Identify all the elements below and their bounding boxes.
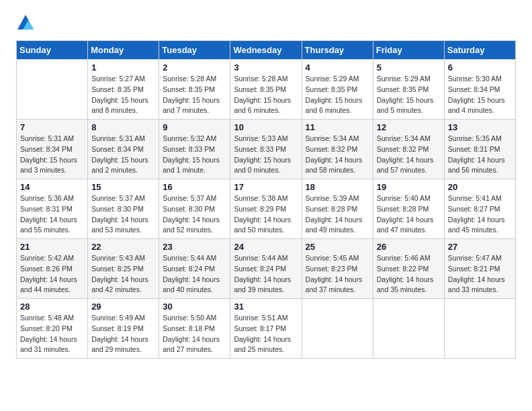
calendar-cell: 27Sunrise: 5:47 AM Sunset: 8:21 PM Dayli…: [444, 239, 515, 299]
day-number: 24: [234, 242, 298, 252]
day-number: 23: [163, 242, 226, 252]
logo-icon: [16, 13, 35, 32]
calendar-header-row: SundayMondayTuesdayWednesdayThursdayFrid…: [17, 41, 516, 60]
logo: [16, 13, 38, 32]
day-info: Sunrise: 5:37 AM Sunset: 8:30 PM Dayligh…: [163, 193, 226, 236]
day-number: 21: [20, 242, 84, 252]
calendar-cell: [17, 60, 88, 120]
day-number: 11: [306, 122, 369, 132]
calendar-week-row: 1Sunrise: 5:27 AM Sunset: 8:35 PM Daylig…: [17, 60, 516, 120]
calendar-cell: 3Sunrise: 5:28 AM Sunset: 8:35 PM Daylig…: [230, 60, 302, 120]
weekday-header: Thursday: [302, 41, 373, 60]
day-number: 3: [234, 62, 298, 73]
weekday-header: Sunday: [17, 41, 88, 60]
day-info: Sunrise: 5:45 AM Sunset: 8:23 PM Dayligh…: [306, 253, 369, 295]
day-info: Sunrise: 5:42 AM Sunset: 8:26 PM Dayligh…: [20, 253, 84, 295]
calendar-cell: 24Sunrise: 5:44 AM Sunset: 8:24 PM Dayli…: [230, 239, 302, 299]
calendar-cell: 28Sunrise: 5:48 AM Sunset: 8:20 PM Dayli…: [17, 299, 88, 359]
calendar-cell: 23Sunrise: 5:44 AM Sunset: 8:24 PM Dayli…: [159, 239, 230, 299]
weekday-header: Friday: [373, 41, 444, 60]
day-number: 9: [163, 122, 226, 132]
calendar-cell: 14Sunrise: 5:36 AM Sunset: 8:31 PM Dayli…: [17, 179, 88, 239]
day-info: Sunrise: 5:51 AM Sunset: 8:17 PM Dayligh…: [234, 313, 298, 355]
day-info: Sunrise: 5:31 AM Sunset: 8:34 PM Dayligh…: [91, 134, 155, 176]
day-number: 27: [448, 242, 512, 252]
day-number: 8: [91, 122, 155, 132]
day-info: Sunrise: 5:47 AM Sunset: 8:21 PM Dayligh…: [448, 253, 512, 295]
day-number: 29: [91, 302, 155, 312]
weekday-header: Monday: [88, 41, 159, 60]
day-info: Sunrise: 5:43 AM Sunset: 8:25 PM Dayligh…: [91, 253, 155, 295]
day-info: Sunrise: 5:48 AM Sunset: 8:20 PM Dayligh…: [20, 313, 84, 355]
calendar-cell: 10Sunrise: 5:33 AM Sunset: 8:33 PM Dayli…: [230, 120, 302, 179]
calendar-cell: 30Sunrise: 5:50 AM Sunset: 8:18 PM Dayli…: [159, 299, 230, 359]
calendar-cell: 20Sunrise: 5:41 AM Sunset: 8:27 PM Dayli…: [444, 179, 515, 239]
day-number: 20: [448, 182, 512, 192]
day-number: 26: [377, 242, 441, 252]
day-number: 12: [377, 122, 441, 132]
calendar-cell: 18Sunrise: 5:39 AM Sunset: 8:28 PM Dayli…: [302, 179, 373, 239]
calendar-week-row: 7Sunrise: 5:31 AM Sunset: 8:34 PM Daylig…: [17, 120, 516, 179]
day-number: 10: [234, 122, 298, 132]
day-info: Sunrise: 5:44 AM Sunset: 8:24 PM Dayligh…: [163, 253, 226, 295]
calendar-week-row: 21Sunrise: 5:42 AM Sunset: 8:26 PM Dayli…: [17, 239, 516, 299]
calendar-cell: 1Sunrise: 5:27 AM Sunset: 8:35 PM Daylig…: [88, 60, 159, 120]
weekday-header: Tuesday: [159, 41, 230, 60]
day-info: Sunrise: 5:28 AM Sunset: 8:35 PM Dayligh…: [234, 74, 298, 116]
calendar-cell: 15Sunrise: 5:37 AM Sunset: 8:30 PM Dayli…: [88, 179, 159, 239]
calendar-cell: 17Sunrise: 5:38 AM Sunset: 8:29 PM Dayli…: [230, 179, 302, 239]
calendar-cell: 6Sunrise: 5:30 AM Sunset: 8:34 PM Daylig…: [444, 60, 515, 120]
day-info: Sunrise: 5:27 AM Sunset: 8:35 PM Dayligh…: [91, 74, 155, 116]
day-number: 30: [163, 302, 226, 312]
day-number: 18: [306, 182, 369, 192]
calendar-cell: 13Sunrise: 5:35 AM Sunset: 8:31 PM Dayli…: [444, 120, 515, 179]
calendar-cell: 16Sunrise: 5:37 AM Sunset: 8:30 PM Dayli…: [159, 179, 230, 239]
day-number: 31: [234, 302, 298, 312]
day-number: 19: [377, 182, 441, 192]
day-number: 28: [20, 302, 84, 312]
page-header: [16, 13, 516, 32]
weekday-header: Saturday: [444, 41, 515, 60]
day-info: Sunrise: 5:28 AM Sunset: 8:35 PM Dayligh…: [163, 74, 226, 116]
calendar-cell: 4Sunrise: 5:29 AM Sunset: 8:35 PM Daylig…: [302, 60, 373, 120]
calendar-cell: [444, 299, 515, 359]
calendar-cell: 8Sunrise: 5:31 AM Sunset: 8:34 PM Daylig…: [88, 120, 159, 179]
day-number: 15: [91, 182, 155, 192]
day-info: Sunrise: 5:31 AM Sunset: 8:34 PM Dayligh…: [20, 134, 84, 176]
day-info: Sunrise: 5:37 AM Sunset: 8:30 PM Dayligh…: [91, 193, 155, 236]
day-info: Sunrise: 5:38 AM Sunset: 8:29 PM Dayligh…: [234, 193, 298, 236]
calendar-cell: 31Sunrise: 5:51 AM Sunset: 8:17 PM Dayli…: [230, 299, 302, 359]
day-info: Sunrise: 5:50 AM Sunset: 8:18 PM Dayligh…: [163, 313, 226, 355]
day-info: Sunrise: 5:35 AM Sunset: 8:31 PM Dayligh…: [448, 134, 512, 176]
day-number: 25: [306, 242, 369, 252]
calendar-cell: 12Sunrise: 5:34 AM Sunset: 8:32 PM Dayli…: [373, 120, 444, 179]
day-info: Sunrise: 5:41 AM Sunset: 8:27 PM Dayligh…: [448, 193, 512, 236]
day-info: Sunrise: 5:32 AM Sunset: 8:33 PM Dayligh…: [163, 134, 226, 176]
calendar-cell: 26Sunrise: 5:46 AM Sunset: 8:22 PM Dayli…: [373, 239, 444, 299]
calendar-cell: 9Sunrise: 5:32 AM Sunset: 8:33 PM Daylig…: [159, 120, 230, 179]
calendar-cell: 11Sunrise: 5:34 AM Sunset: 8:32 PM Dayli…: [302, 120, 373, 179]
day-number: 14: [20, 182, 84, 192]
day-info: Sunrise: 5:33 AM Sunset: 8:33 PM Dayligh…: [234, 134, 298, 176]
calendar-cell: 25Sunrise: 5:45 AM Sunset: 8:23 PM Dayli…: [302, 239, 373, 299]
day-number: 4: [306, 62, 369, 73]
day-number: 13: [448, 122, 512, 132]
day-info: Sunrise: 5:29 AM Sunset: 8:35 PM Dayligh…: [377, 74, 441, 116]
day-info: Sunrise: 5:40 AM Sunset: 8:28 PM Dayligh…: [377, 193, 441, 236]
day-number: 1: [91, 62, 155, 73]
day-info: Sunrise: 5:29 AM Sunset: 8:35 PM Dayligh…: [306, 74, 369, 116]
day-info: Sunrise: 5:44 AM Sunset: 8:24 PM Dayligh…: [234, 253, 298, 295]
calendar-cell: 29Sunrise: 5:49 AM Sunset: 8:19 PM Dayli…: [88, 299, 159, 359]
calendar-cell: [302, 299, 373, 359]
day-number: 22: [91, 242, 155, 252]
day-info: Sunrise: 5:36 AM Sunset: 8:31 PM Dayligh…: [20, 193, 84, 236]
day-info: Sunrise: 5:34 AM Sunset: 8:32 PM Dayligh…: [377, 134, 441, 176]
weekday-header: Wednesday: [230, 41, 302, 60]
day-number: 5: [377, 62, 441, 73]
calendar-week-row: 28Sunrise: 5:48 AM Sunset: 8:20 PM Dayli…: [17, 299, 516, 359]
calendar-cell: 21Sunrise: 5:42 AM Sunset: 8:26 PM Dayli…: [17, 239, 88, 299]
calendar-cell: 5Sunrise: 5:29 AM Sunset: 8:35 PM Daylig…: [373, 60, 444, 120]
day-info: Sunrise: 5:34 AM Sunset: 8:32 PM Dayligh…: [306, 134, 369, 176]
calendar-week-row: 14Sunrise: 5:36 AM Sunset: 8:31 PM Dayli…: [17, 179, 516, 239]
day-number: 17: [234, 182, 298, 192]
